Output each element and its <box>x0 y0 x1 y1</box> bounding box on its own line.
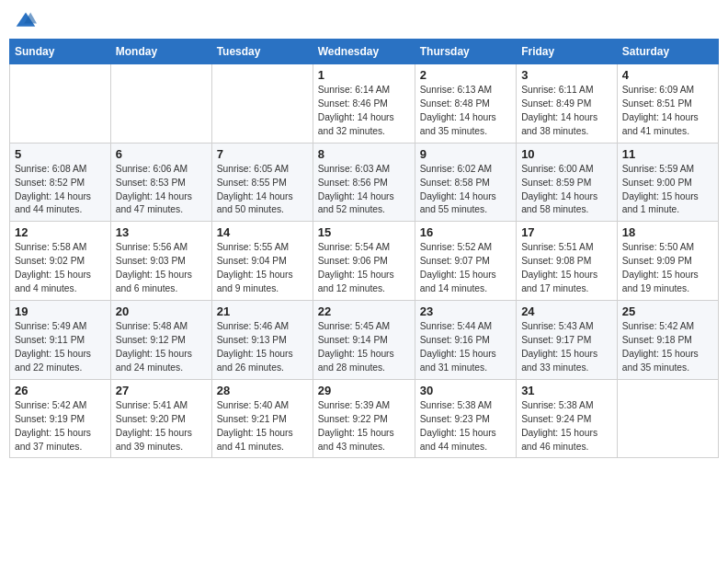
calendar-week-row: 19Sunrise: 5:49 AMSunset: 9:11 PMDayligh… <box>10 301 719 380</box>
day-number: 21 <box>217 304 308 318</box>
day-number: 11 <box>622 147 713 161</box>
calendar-day-cell: 11Sunrise: 5:59 AMSunset: 9:00 PMDayligh… <box>617 143 718 222</box>
day-info: Sunrise: 5:55 AMSunset: 9:04 PMDaylight:… <box>217 241 308 296</box>
calendar-day-cell: 21Sunrise: 5:46 AMSunset: 9:13 PMDayligh… <box>211 301 313 380</box>
calendar-day-cell <box>110 64 211 144</box>
calendar-day-cell: 5Sunrise: 6:08 AMSunset: 8:52 PMDaylight… <box>10 143 111 222</box>
calendar-day-cell: 16Sunrise: 5:52 AMSunset: 9:07 PMDayligh… <box>415 222 516 301</box>
calendar-day-cell: 19Sunrise: 5:49 AMSunset: 9:11 PMDayligh… <box>10 301 111 380</box>
calendar-day-cell: 12Sunrise: 5:58 AMSunset: 9:02 PMDayligh… <box>10 222 111 301</box>
day-info: Sunrise: 5:43 AMSunset: 9:17 PMDaylight:… <box>521 320 612 375</box>
calendar-day-cell: 27Sunrise: 5:41 AMSunset: 9:20 PMDayligh… <box>110 379 211 458</box>
calendar-day-cell: 14Sunrise: 5:55 AMSunset: 9:04 PMDayligh… <box>211 222 313 301</box>
calendar-day-header: Saturday <box>617 40 718 64</box>
day-number: 17 <box>521 225 612 239</box>
day-number: 12 <box>15 225 106 239</box>
page-header <box>9 9 719 31</box>
day-info: Sunrise: 5:51 AMSunset: 9:08 PMDaylight:… <box>521 241 612 296</box>
calendar-day-cell: 6Sunrise: 6:06 AMSunset: 8:53 PMDaylight… <box>110 143 211 222</box>
day-info: Sunrise: 6:13 AMSunset: 8:48 PMDaylight:… <box>420 84 511 139</box>
day-info: Sunrise: 6:03 AMSunset: 8:56 PMDaylight:… <box>318 163 410 218</box>
calendar-week-row: 5Sunrise: 6:08 AMSunset: 8:52 PMDaylight… <box>10 143 719 222</box>
calendar-day-cell: 18Sunrise: 5:50 AMSunset: 9:09 PMDayligh… <box>617 222 718 301</box>
day-info: Sunrise: 5:52 AMSunset: 9:07 PMDaylight:… <box>420 241 511 296</box>
day-info: Sunrise: 5:38 AMSunset: 9:23 PMDaylight:… <box>420 399 511 454</box>
day-number: 16 <box>420 225 511 239</box>
day-info: Sunrise: 5:41 AMSunset: 9:20 PMDaylight:… <box>116 399 207 454</box>
logo <box>13 9 37 31</box>
day-info: Sunrise: 6:02 AMSunset: 8:58 PMDaylight:… <box>420 163 511 218</box>
day-info: Sunrise: 6:11 AMSunset: 8:49 PMDaylight:… <box>521 84 612 139</box>
day-number: 20 <box>116 304 207 318</box>
calendar-day-cell: 22Sunrise: 5:45 AMSunset: 9:14 PMDayligh… <box>313 301 415 380</box>
calendar-day-header: Thursday <box>415 40 516 64</box>
day-info: Sunrise: 6:06 AMSunset: 8:53 PMDaylight:… <box>116 163 207 218</box>
day-info: Sunrise: 6:08 AMSunset: 8:52 PMDaylight:… <box>15 163 106 218</box>
day-info: Sunrise: 5:50 AMSunset: 9:09 PMDaylight:… <box>622 241 713 296</box>
day-number: 28 <box>217 384 308 397</box>
day-number: 13 <box>116 225 207 239</box>
day-info: Sunrise: 5:40 AMSunset: 9:21 PMDaylight:… <box>217 399 308 454</box>
calendar-day-cell: 15Sunrise: 5:54 AMSunset: 9:06 PMDayligh… <box>313 222 415 301</box>
calendar-day-cell: 31Sunrise: 5:38 AMSunset: 9:24 PMDayligh… <box>517 379 618 458</box>
calendar-day-cell: 10Sunrise: 6:00 AMSunset: 8:59 PMDayligh… <box>517 143 618 222</box>
calendar-day-cell: 4Sunrise: 6:09 AMSunset: 8:51 PMDaylight… <box>617 64 718 144</box>
day-info: Sunrise: 5:46 AMSunset: 9:13 PMDaylight:… <box>217 320 308 375</box>
day-info: Sunrise: 5:39 AMSunset: 9:22 PMDaylight:… <box>318 399 410 454</box>
day-info: Sunrise: 6:00 AMSunset: 8:59 PMDaylight:… <box>521 163 612 218</box>
day-info: Sunrise: 6:14 AMSunset: 8:46 PMDaylight:… <box>318 84 410 139</box>
calendar-day-cell: 26Sunrise: 5:42 AMSunset: 9:19 PMDayligh… <box>10 379 111 458</box>
day-info: Sunrise: 5:56 AMSunset: 9:03 PMDaylight:… <box>116 241 207 296</box>
day-number: 4 <box>622 68 713 82</box>
day-info: Sunrise: 6:05 AMSunset: 8:55 PMDaylight:… <box>217 163 308 218</box>
calendar-day-cell: 25Sunrise: 5:42 AMSunset: 9:18 PMDayligh… <box>617 301 718 380</box>
calendar-day-cell: 30Sunrise: 5:38 AMSunset: 9:23 PMDayligh… <box>415 379 516 458</box>
calendar-day-cell: 29Sunrise: 5:39 AMSunset: 9:22 PMDayligh… <box>313 379 415 458</box>
day-info: Sunrise: 5:48 AMSunset: 9:12 PMDaylight:… <box>116 320 207 375</box>
calendar-day-cell: 1Sunrise: 6:14 AMSunset: 8:46 PMDaylight… <box>313 64 415 144</box>
day-number: 7 <box>217 147 308 161</box>
day-number: 10 <box>521 147 612 161</box>
calendar-day-cell: 8Sunrise: 6:03 AMSunset: 8:56 PMDaylight… <box>313 143 415 222</box>
day-number: 30 <box>420 384 511 397</box>
day-number: 19 <box>15 304 106 318</box>
calendar-day-header: Sunday <box>10 40 111 64</box>
day-number: 29 <box>318 384 410 397</box>
day-number: 15 <box>318 225 410 239</box>
calendar-day-cell: 23Sunrise: 5:44 AMSunset: 9:16 PMDayligh… <box>415 301 516 380</box>
day-info: Sunrise: 5:42 AMSunset: 9:19 PMDaylight:… <box>15 399 106 454</box>
day-number: 24 <box>521 304 612 318</box>
calendar-day-cell <box>10 64 111 144</box>
calendar-day-header: Tuesday <box>211 40 313 64</box>
calendar-week-row: 26Sunrise: 5:42 AMSunset: 9:19 PMDayligh… <box>10 379 719 458</box>
day-number: 1 <box>318 68 410 82</box>
calendar-day-cell: 7Sunrise: 6:05 AMSunset: 8:55 PMDaylight… <box>211 143 313 222</box>
calendar-table: SundayMondayTuesdayWednesdayThursdayFrid… <box>9 39 719 458</box>
day-number: 3 <box>521 68 612 82</box>
day-info: Sunrise: 5:54 AMSunset: 9:06 PMDaylight:… <box>318 241 410 296</box>
day-info: Sunrise: 5:59 AMSunset: 9:00 PMDaylight:… <box>622 163 713 218</box>
calendar-day-cell: 2Sunrise: 6:13 AMSunset: 8:48 PMDaylight… <box>415 64 516 144</box>
calendar-day-cell: 9Sunrise: 6:02 AMSunset: 8:58 PMDaylight… <box>415 143 516 222</box>
calendar-day-cell: 3Sunrise: 6:11 AMSunset: 8:49 PMDaylight… <box>517 64 618 144</box>
day-number: 18 <box>622 225 713 239</box>
calendar-day-cell: 20Sunrise: 5:48 AMSunset: 9:12 PMDayligh… <box>110 301 211 380</box>
day-number: 9 <box>420 147 511 161</box>
day-info: Sunrise: 5:45 AMSunset: 9:14 PMDaylight:… <box>318 320 410 375</box>
day-info: Sunrise: 5:58 AMSunset: 9:02 PMDaylight:… <box>15 241 106 296</box>
logo-icon <box>15 9 37 31</box>
day-number: 26 <box>15 384 106 397</box>
calendar-day-header: Friday <box>517 40 618 64</box>
day-number: 22 <box>318 304 410 318</box>
day-number: 31 <box>521 384 612 397</box>
calendar-day-header: Wednesday <box>313 40 415 64</box>
day-info: Sunrise: 5:49 AMSunset: 9:11 PMDaylight:… <box>15 320 106 375</box>
calendar-day-cell <box>211 64 313 144</box>
calendar-day-cell: 17Sunrise: 5:51 AMSunset: 9:08 PMDayligh… <box>517 222 618 301</box>
day-number: 23 <box>420 304 511 318</box>
calendar-day-cell <box>617 379 718 458</box>
day-number: 6 <box>116 147 207 161</box>
day-info: Sunrise: 6:09 AMSunset: 8:51 PMDaylight:… <box>622 84 713 139</box>
calendar-day-header: Monday <box>110 40 211 64</box>
day-number: 14 <box>217 225 308 239</box>
